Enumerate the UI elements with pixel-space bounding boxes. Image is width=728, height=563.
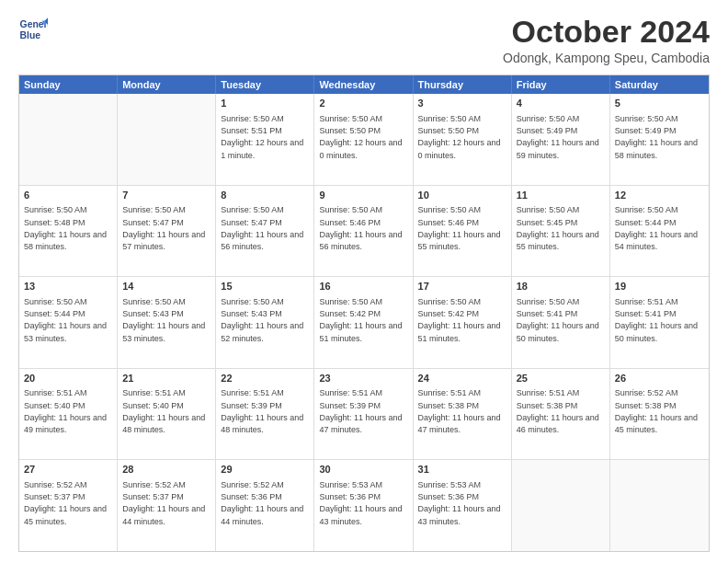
cell-daylight: Daylight: 11 hours and 58 minutes. bbox=[24, 230, 107, 251]
cell-daylight: Daylight: 11 hours and 44 minutes. bbox=[221, 504, 303, 525]
cell-daylight: Daylight: 11 hours and 53 minutes. bbox=[122, 321, 205, 342]
day-number: 21 bbox=[122, 372, 210, 385]
calendar-cell-3-2: 14Sunrise: 5:50 AMSunset: 5:43 PMDayligh… bbox=[118, 277, 216, 368]
cell-daylight: Daylight: 11 hours and 48 minutes. bbox=[221, 413, 303, 434]
cell-daylight: Daylight: 11 hours and 47 minutes. bbox=[418, 413, 501, 434]
cell-sunset: Sunset: 5:41 PM bbox=[615, 309, 677, 318]
cell-sunrise: Sunrise: 5:51 AM bbox=[319, 388, 382, 397]
day-number: 5 bbox=[615, 97, 704, 110]
cell-sunset: Sunset: 5:45 PM bbox=[517, 218, 578, 227]
cell-sunrise: Sunrise: 5:50 AM bbox=[221, 114, 284, 123]
cell-daylight: Daylight: 11 hours and 54 minutes. bbox=[615, 230, 698, 251]
cell-sunset: Sunset: 5:47 PM bbox=[122, 218, 184, 227]
cell-daylight: Daylight: 11 hours and 45 minutes. bbox=[24, 504, 107, 525]
cell-sunset: Sunset: 5:50 PM bbox=[319, 126, 381, 135]
calendar-cell-5-5: 31Sunrise: 5:53 AMSunset: 5:36 PMDayligh… bbox=[414, 460, 512, 551]
cell-sunset: Sunset: 5:38 PM bbox=[615, 401, 677, 410]
cell-daylight: Daylight: 12 hours and 0 minutes. bbox=[319, 138, 402, 159]
cell-sunset: Sunset: 5:49 PM bbox=[517, 126, 578, 135]
calendar-cell-4-6: 25Sunrise: 5:51 AMSunset: 5:38 PMDayligh… bbox=[512, 369, 610, 460]
cell-daylight: Daylight: 12 hours and 1 minute. bbox=[221, 138, 303, 159]
calendar-cell-2-4: 9Sunrise: 5:50 AMSunset: 5:46 PMDaylight… bbox=[314, 186, 413, 277]
cell-sunset: Sunset: 5:36 PM bbox=[418, 492, 480, 501]
header-wednesday: Wednesday bbox=[314, 75, 413, 94]
day-number: 14 bbox=[122, 280, 210, 293]
cell-daylight: Daylight: 11 hours and 56 minutes. bbox=[319, 230, 402, 251]
calendar-cell-3-5: 17Sunrise: 5:50 AMSunset: 5:42 PMDayligh… bbox=[414, 277, 512, 368]
cell-sunrise: Sunrise: 5:50 AM bbox=[221, 297, 284, 306]
day-number: 26 bbox=[615, 372, 704, 385]
day-number: 8 bbox=[221, 189, 309, 202]
calendar-cell-5-1: 27Sunrise: 5:52 AMSunset: 5:37 PMDayligh… bbox=[19, 460, 118, 551]
calendar-cell-4-1: 20Sunrise: 5:51 AMSunset: 5:40 PMDayligh… bbox=[19, 369, 118, 460]
cell-sunrise: Sunrise: 5:50 AM bbox=[418, 114, 482, 123]
cell-daylight: Daylight: 11 hours and 49 minutes. bbox=[24, 413, 107, 434]
calendar-cell-3-4: 16Sunrise: 5:50 AMSunset: 5:42 PMDayligh… bbox=[314, 277, 413, 368]
day-number: 22 bbox=[221, 372, 309, 385]
cell-sunset: Sunset: 5:39 PM bbox=[319, 401, 381, 410]
cell-daylight: Daylight: 11 hours and 57 minutes. bbox=[122, 230, 205, 251]
day-number: 25 bbox=[517, 372, 605, 385]
cell-sunrise: Sunrise: 5:50 AM bbox=[418, 297, 482, 306]
cell-daylight: Daylight: 11 hours and 51 minutes. bbox=[319, 321, 402, 342]
cell-sunrise: Sunrise: 5:53 AM bbox=[418, 480, 482, 489]
calendar-cell-4-2: 21Sunrise: 5:51 AMSunset: 5:40 PMDayligh… bbox=[118, 369, 216, 460]
cell-sunset: Sunset: 5:38 PM bbox=[418, 401, 480, 410]
cell-sunrise: Sunrise: 5:50 AM bbox=[517, 297, 580, 306]
cell-sunrise: Sunrise: 5:50 AM bbox=[319, 114, 382, 123]
calendar: Sunday Monday Tuesday Wednesday Thursday… bbox=[18, 75, 710, 552]
day-number: 11 bbox=[517, 189, 605, 202]
day-number: 12 bbox=[615, 189, 704, 202]
day-number: 20 bbox=[24, 372, 112, 385]
cell-sunset: Sunset: 5:46 PM bbox=[319, 218, 381, 227]
cell-sunset: Sunset: 5:39 PM bbox=[221, 401, 282, 410]
day-number: 31 bbox=[418, 463, 506, 477]
day-number: 10 bbox=[418, 189, 506, 202]
calendar-cell-2-3: 8Sunrise: 5:50 AMSunset: 5:47 PMDaylight… bbox=[216, 186, 314, 277]
cell-daylight: Daylight: 11 hours and 47 minutes. bbox=[319, 413, 402, 434]
calendar-cell-4-4: 23Sunrise: 5:51 AMSunset: 5:39 PMDayligh… bbox=[314, 369, 413, 460]
cell-sunset: Sunset: 5:47 PM bbox=[221, 218, 282, 227]
cell-sunrise: Sunrise: 5:50 AM bbox=[122, 205, 186, 214]
cell-sunrise: Sunrise: 5:51 AM bbox=[517, 388, 580, 397]
calendar-row-2: 6Sunrise: 5:50 AMSunset: 5:48 PMDaylight… bbox=[19, 185, 709, 277]
day-number: 18 bbox=[517, 280, 605, 293]
calendar-cell-3-1: 13Sunrise: 5:50 AMSunset: 5:44 PMDayligh… bbox=[19, 277, 118, 368]
calendar-cell-3-6: 18Sunrise: 5:50 AMSunset: 5:41 PMDayligh… bbox=[512, 277, 610, 368]
calendar-cell-1-6: 4Sunrise: 5:50 AMSunset: 5:49 PMDaylight… bbox=[512, 94, 610, 185]
day-number: 15 bbox=[221, 280, 309, 293]
cell-daylight: Daylight: 11 hours and 55 minutes. bbox=[517, 230, 599, 251]
day-number: 28 bbox=[122, 463, 210, 477]
cell-sunrise: Sunrise: 5:50 AM bbox=[319, 297, 382, 306]
calendar-cell-2-2: 7Sunrise: 5:50 AMSunset: 5:47 PMDaylight… bbox=[118, 186, 216, 277]
cell-sunset: Sunset: 5:41 PM bbox=[517, 309, 578, 318]
calendar-row-5: 27Sunrise: 5:52 AMSunset: 5:37 PMDayligh… bbox=[19, 459, 709, 551]
cell-daylight: Daylight: 11 hours and 48 minutes. bbox=[122, 413, 205, 434]
cell-sunrise: Sunrise: 5:50 AM bbox=[24, 297, 87, 306]
cell-daylight: Daylight: 12 hours and 0 minutes. bbox=[418, 138, 501, 159]
cell-daylight: Daylight: 11 hours and 52 minutes. bbox=[221, 321, 303, 342]
cell-sunset: Sunset: 5:46 PM bbox=[418, 218, 480, 227]
general-blue-icon: General Blue bbox=[18, 15, 48, 44]
cell-sunset: Sunset: 5:43 PM bbox=[221, 309, 282, 318]
calendar-cell-5-7 bbox=[610, 460, 709, 551]
cell-sunrise: Sunrise: 5:50 AM bbox=[517, 114, 580, 123]
title-block: October 2024 Odongk, Kampong Speu, Cambo… bbox=[503, 15, 710, 65]
cell-daylight: Daylight: 11 hours and 43 minutes. bbox=[319, 504, 402, 525]
calendar-cell-1-4: 2Sunrise: 5:50 AMSunset: 5:50 PMDaylight… bbox=[314, 94, 413, 185]
cell-sunset: Sunset: 5:40 PM bbox=[122, 401, 184, 410]
cell-sunrise: Sunrise: 5:50 AM bbox=[122, 297, 186, 306]
calendar-cell-4-5: 24Sunrise: 5:51 AMSunset: 5:38 PMDayligh… bbox=[414, 369, 512, 460]
cell-daylight: Daylight: 11 hours and 50 minutes. bbox=[615, 321, 698, 342]
cell-daylight: Daylight: 11 hours and 59 minutes. bbox=[517, 138, 599, 159]
cell-daylight: Daylight: 11 hours and 46 minutes. bbox=[517, 413, 599, 434]
day-number: 7 bbox=[122, 189, 210, 202]
header: General Blue October 2024 Odongk, Kampon… bbox=[18, 15, 710, 65]
header-saturday: Saturday bbox=[610, 75, 709, 94]
cell-daylight: Daylight: 11 hours and 45 minutes. bbox=[615, 413, 698, 434]
cell-sunrise: Sunrise: 5:51 AM bbox=[615, 297, 678, 306]
header-friday: Friday bbox=[512, 75, 610, 94]
day-number: 24 bbox=[418, 372, 506, 385]
calendar-cell-2-1: 6Sunrise: 5:50 AMSunset: 5:48 PMDaylight… bbox=[19, 186, 118, 277]
day-number: 6 bbox=[24, 189, 112, 202]
